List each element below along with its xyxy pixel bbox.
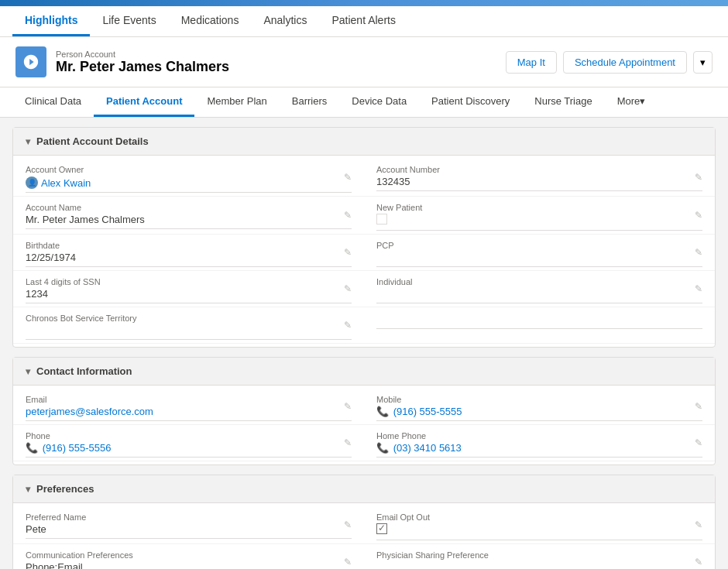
edit-account-name-icon[interactable]: ✎: [344, 210, 352, 221]
communication-preferences-label: Communication Preferences: [26, 550, 352, 560]
contact-information-fields: Email peterjames@salesforce.com ✎ Mobile…: [13, 386, 715, 464]
field-ssn: Last 4 digits of SSN 1234 ✎: [13, 271, 364, 307]
edit-pcp-icon[interactable]: ✎: [695, 247, 702, 258]
edit-home-phone-icon[interactable]: ✎: [695, 437, 702, 448]
field-home-phone: Home Phone 📞 (03) 3410 5613 ✎: [364, 425, 715, 461]
schedule-appointment-button[interactable]: Schedule Appointment: [563, 51, 687, 74]
patient-account-details-fields: Account Owner 👤 Alex Kwain ✎ Account Num…: [13, 156, 715, 347]
home-phone-link[interactable]: (03) 3410 5613: [393, 442, 462, 454]
tab-life-events[interactable]: Life Events: [90, 6, 168, 36]
edit-email-opt-out-icon[interactable]: ✎: [695, 519, 702, 530]
main-content: ▾ Patient Account Details Account Owner …: [0, 118, 728, 569]
tab-highlights[interactable]: Highlights: [12, 6, 90, 36]
phone-link[interactable]: (916) 555-5556: [43, 442, 112, 454]
email-value[interactable]: peterjames@salesforce.com: [26, 406, 352, 421]
edit-mobile-icon[interactable]: ✎: [695, 401, 702, 412]
edit-account-number-icon[interactable]: ✎: [695, 172, 702, 183]
tab-member-plan[interactable]: Member Plan: [194, 87, 279, 117]
preferred-name-value: Pete: [26, 523, 352, 539]
map-it-button[interactable]: Map It: [506, 51, 557, 74]
field-new-patient: New Patient ✎: [364, 197, 715, 235]
edit-phone-icon[interactable]: ✎: [344, 437, 352, 448]
phone-value: 📞 (916) 555-5556: [26, 442, 352, 458]
account-number-value: 132435: [376, 176, 702, 191]
contact-information-header[interactable]: ▾ Contact Information: [13, 358, 715, 386]
account-owner-label: Account Owner: [26, 165, 352, 174]
field-chronos-bot: Chronos Bot Service Territory ✎: [13, 307, 364, 344]
phone-label: Phone: [26, 431, 352, 440]
tab-patient-account[interactable]: Patient Account: [94, 87, 194, 117]
account-number-label: Account Number: [376, 165, 702, 174]
ssn-label: Last 4 digits of SSN: [26, 277, 352, 286]
birthdate-value: 12/25/1974: [26, 252, 352, 267]
collapse-toggle-contact[interactable]: ▾: [26, 366, 30, 377]
email-opt-out-value: [376, 523, 702, 540]
individual-value: [376, 288, 702, 303]
new-patient-checkbox[interactable]: [376, 214, 387, 225]
section-title-preferences: Preferences: [36, 483, 94, 495]
tab-nurse-triage[interactable]: Nurse Triage: [522, 87, 604, 117]
section-tabs: Clinical Data Patient Account Member Pla…: [0, 87, 728, 118]
patient-account-details-card: ▾ Patient Account Details Account Owner …: [12, 127, 716, 348]
email-opt-out-checkbox[interactable]: [376, 523, 387, 534]
header-dropdown-button[interactable]: ▾: [693, 51, 713, 74]
field-pcp: PCP ✎: [364, 235, 715, 271]
person-icon: 👤: [26, 177, 38, 189]
patient-type-label: Person Account: [56, 50, 229, 59]
field-account-name: Account Name Mr. Peter James Chalmers ✎: [13, 197, 364, 235]
tab-device-data[interactable]: Device Data: [339, 87, 419, 117]
empty-right-value: [376, 314, 702, 329]
field-preferred-name: Preferred Name Pete ✎: [13, 506, 364, 544]
physician-sharing-value: [376, 561, 702, 569]
patient-info: Person Account Mr. Peter James Chalmers: [56, 50, 229, 75]
chronos-bot-label: Chronos Bot Service Territory: [26, 314, 352, 323]
pcp-label: PCP: [376, 241, 702, 250]
preferences-header[interactable]: ▾ Preferences: [13, 475, 715, 503]
tab-more[interactable]: More▾: [605, 87, 658, 117]
field-mobile: Mobile 📞 (916) 555-5555 ✎: [364, 389, 715, 425]
edit-account-owner-icon[interactable]: ✎: [344, 172, 352, 183]
field-account-number: Account Number 132435 ✎: [364, 159, 715, 197]
field-empty-right: [364, 307, 715, 344]
top-navigation: Highlights Life Events Medications Analy…: [0, 6, 728, 37]
mobile-label: Mobile: [376, 395, 702, 404]
edit-ssn-icon[interactable]: ✎: [344, 283, 352, 294]
collapse-toggle-preferences[interactable]: ▾: [26, 484, 30, 495]
tab-patient-discovery[interactable]: Patient Discovery: [419, 87, 522, 117]
patient-account-details-header[interactable]: ▾ Patient Account Details: [13, 128, 715, 156]
email-label: Email: [26, 395, 352, 404]
home-phone-icon: 📞: [376, 442, 389, 454]
tab-analytics[interactable]: Analytics: [251, 6, 319, 36]
mobile-phone-link[interactable]: (916) 555-5555: [393, 406, 462, 417]
tab-patient-alerts[interactable]: Patient Alerts: [319, 6, 408, 36]
preferred-name-label: Preferred Name: [26, 512, 352, 522]
edit-new-patient-icon[interactable]: ✎: [695, 210, 702, 221]
field-email: Email peterjames@salesforce.com ✎: [13, 389, 364, 425]
edit-chronos-bot-icon[interactable]: ✎: [344, 320, 352, 331]
email-opt-out-label: Email Opt Out: [376, 512, 702, 522]
account-name-value: Mr. Peter James Chalmers: [26, 214, 352, 229]
field-account-owner: Account Owner 👤 Alex Kwain ✎: [13, 159, 364, 197]
edit-email-icon[interactable]: ✎: [344, 401, 352, 412]
tab-clinical-data[interactable]: Clinical Data: [12, 87, 94, 117]
preferences-fields: Preferred Name Pete ✎ Email Opt Out ✎ Co…: [13, 503, 715, 569]
edit-communication-preferences-icon[interactable]: ✎: [344, 557, 352, 567]
pcp-value: [376, 252, 702, 267]
mobile-value: 📞 (916) 555-5555: [376, 406, 702, 421]
collapse-toggle-details[interactable]: ▾: [26, 136, 30, 147]
patient-header-actions: Map It Schedule Appointment ▾: [506, 51, 713, 74]
patient-name: Mr. Peter James Chalmers: [56, 59, 229, 75]
preferences-card: ▾ Preferences Preferred Name Pete ✎ Emai…: [12, 475, 716, 569]
edit-birthdate-icon[interactable]: ✎: [344, 247, 352, 258]
account-owner-link[interactable]: Alex Kwain: [41, 177, 91, 189]
edit-individual-icon[interactable]: ✎: [695, 283, 702, 294]
edit-physician-sharing-icon[interactable]: ✎: [695, 557, 702, 567]
edit-preferred-name-icon[interactable]: ✎: [344, 519, 352, 530]
section-title-details: Patient Account Details: [36, 135, 149, 147]
field-email-opt-out: Email Opt Out ✎: [364, 506, 715, 544]
communication-preferences-value: Phone;Email: [26, 561, 352, 569]
avatar: [15, 46, 46, 77]
tab-barriers[interactable]: Barriers: [280, 87, 340, 117]
tab-medications[interactable]: Medications: [169, 6, 252, 36]
new-patient-value: [376, 214, 702, 231]
